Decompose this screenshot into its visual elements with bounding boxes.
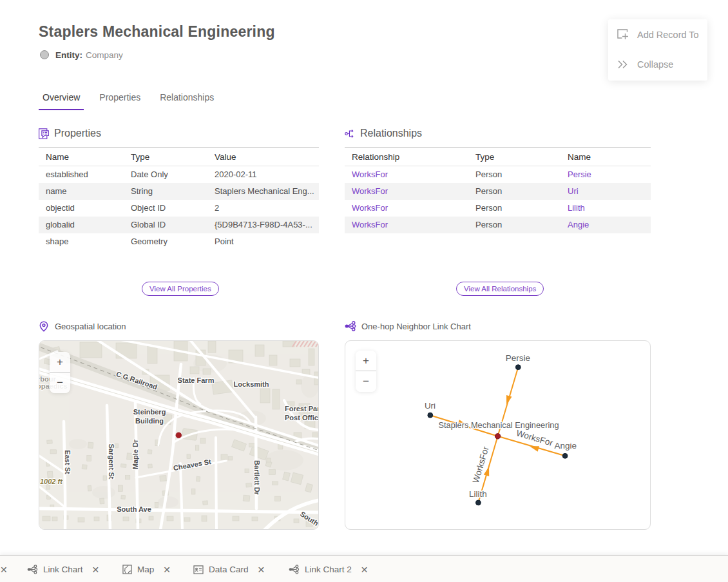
svg-text:Persie: Persie [506, 353, 530, 363]
svg-text:Building: Building [135, 417, 164, 425]
svg-text:Angie: Angie [554, 441, 577, 451]
svg-text:East St: East St [64, 450, 72, 474]
svg-text:Post Offic: Post Offic [285, 414, 318, 422]
svg-text:Steinberg: Steinberg [133, 408, 166, 416]
svg-text:South Ave: South Ave [117, 505, 151, 513]
svg-text:Locksmith: Locksmith [233, 380, 269, 388]
svg-text:Uri: Uri [425, 401, 436, 411]
svg-text:1002 ft: 1002 ft [40, 478, 63, 485]
svg-text:WorksFor: WorksFor [471, 445, 491, 485]
svg-text:Maple Dr: Maple Dr [131, 439, 139, 469]
svg-text:Forest Par: Forest Par [285, 405, 318, 412]
svg-text:Staplers Mechanical Engineerin: Staplers Mechanical Engineering [438, 420, 559, 430]
svg-text:Bartlett Dr: Bartlett Dr [253, 460, 261, 496]
svg-text:Lilith: Lilith [469, 489, 487, 499]
svg-text:State Farm: State Farm [178, 376, 215, 384]
svg-text:WorksFor: WorksFor [515, 428, 555, 448]
svg-text:Sargent St: Sargent St [108, 443, 115, 479]
